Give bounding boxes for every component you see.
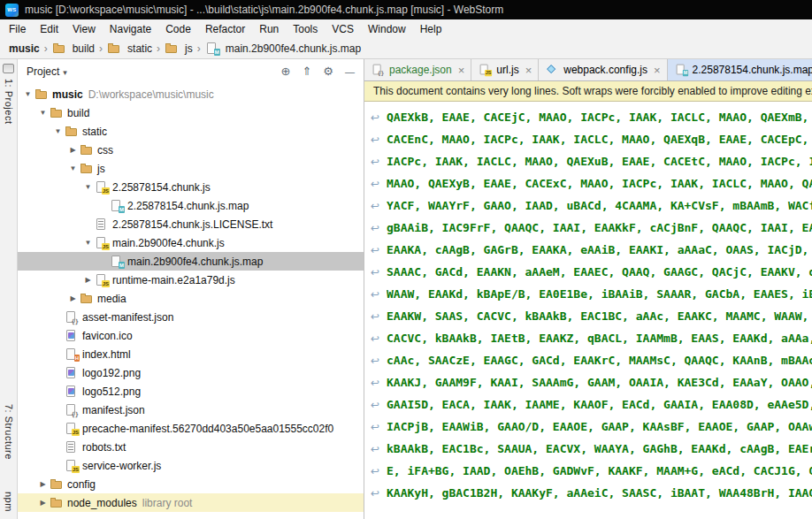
text-file-icon (95, 218, 110, 232)
soft-wrap-icon (368, 244, 382, 256)
html-file-icon (65, 347, 80, 362)
tree-item[interactable]: music D:\workspace\music\music (18, 85, 364, 103)
hide-panel-icon[interactable] (345, 65, 355, 78)
menu-help[interactable]: Help (413, 21, 449, 37)
tree-item[interactable]: robots.txt (18, 438, 364, 456)
chevron-down-icon[interactable] (51, 127, 65, 135)
code-line: SAAAC, GACd, EAAKN, aAAeM, EAAEC, QAAQ, … (368, 261, 812, 283)
collapse-all-icon[interactable] (302, 65, 311, 77)
tree-item[interactable]: media (18, 289, 364, 308)
editor-area: package.json url.js webpack.config.js 2.… (364, 59, 812, 519)
breadcrumb: music build static js main.2b900fe4.chun… (0, 39, 812, 59)
breadcrumb-js[interactable]: js (163, 42, 195, 56)
tree-item[interactable]: logo192.png (18, 363, 364, 382)
tab-label: url.js (496, 64, 518, 76)
tool-button-project[interactable]: 1: Project (4, 79, 14, 124)
chevron-right-icon[interactable] (81, 276, 95, 284)
settings-gear-icon[interactable] (323, 65, 333, 77)
tab-chunk-js-map[interactable]: 2.25878154.chunk.js.map (668, 59, 812, 80)
chevron-down-icon[interactable] (66, 164, 80, 172)
js-file-icon (95, 273, 110, 287)
breadcrumb-current-file[interactable]: main.2b900fe4.chunk.js.map (203, 42, 363, 56)
tab-webpack-config-js[interactable]: webpack.config.js (539, 59, 667, 80)
soft-wrap-icon (368, 355, 382, 367)
menu-run[interactable]: Run (252, 21, 286, 37)
tree-item-label: build (67, 107, 89, 119)
menu-vcs[interactable]: VCS (325, 21, 361, 37)
tree-item[interactable]: build (18, 103, 364, 122)
chevron-right-icon[interactable] (66, 146, 80, 154)
chevron-down-icon[interactable] (36, 109, 50, 117)
project-tree: music D:\workspace\music\music build sta… (18, 83, 364, 519)
project-panel: Project music D:\workspace\music\music (18, 59, 364, 519)
menu-code[interactable]: Code (158, 21, 198, 37)
close-icon[interactable] (458, 64, 465, 77)
tree-item[interactable]: runtime-main.e2a1a79d.js (18, 271, 364, 289)
tree-item[interactable]: js (18, 159, 364, 178)
menu-edit[interactable]: Edit (33, 21, 65, 37)
project-panel-toolbar (270, 65, 355, 78)
tree-item[interactable]: manifest.json (18, 401, 364, 419)
menu-file[interactable]: File (2, 21, 33, 37)
menu-window[interactable]: Window (361, 21, 413, 37)
tree-item[interactable]: precache-manifest.56270dd403a50e5aa01555… (18, 419, 364, 438)
locate-icon[interactable] (281, 65, 291, 77)
tree-item[interactable]: 2.25878154.chunk.js.LICENSE.txt (18, 215, 364, 233)
soft-wrap-icon (368, 134, 382, 146)
chevron-down-icon[interactable] (21, 90, 34, 98)
soft-wrap-icon (368, 222, 382, 234)
tree-item-label: main.2b900fe4.chunk.js.map (127, 256, 263, 268)
soft-wrap-icon (368, 111, 382, 124)
tree-item[interactable]: favicon.ico (18, 326, 364, 345)
menu-view[interactable]: View (65, 21, 103, 37)
webstorm-logo-icon: WS (5, 4, 19, 17)
tree-item[interactable]: static (18, 122, 364, 141)
code-line: KAAKJ, GAAM9F, KAAI, SAAAmG, GAAM, OAAIA… (368, 371, 812, 393)
tree-item-label: 2.25878154.chunk.js.map (127, 200, 249, 212)
menu-tools[interactable]: Tools (286, 21, 325, 37)
code-line: MAAO, QAEXyB, EAAE, CACExC, MAAO, IACPc,… (368, 172, 812, 195)
breadcrumb-music[interactable]: music (7, 42, 42, 55)
tree-item[interactable]: index.html (18, 345, 364, 363)
close-icon[interactable] (525, 64, 532, 77)
project-panel-title[interactable]: Project (27, 65, 59, 78)
tree-item[interactable]: service-worker.js (18, 456, 364, 475)
breadcrumb-static[interactable]: static (105, 42, 154, 56)
folder-icon (50, 477, 65, 492)
tree-item-label: robots.txt (82, 441, 126, 454)
chevron-right-icon[interactable] (36, 480, 50, 488)
tab-url-js[interactable]: url.js (471, 59, 539, 80)
window-title: music [D:\workspace\music\music] - ...\b… (25, 4, 503, 16)
chevron-down-icon[interactable] (59, 65, 67, 78)
code-editor[interactable]: QAEXkB, EAAE, CACEjC, MAAO, IACPc, IAAK,… (364, 102, 812, 519)
tab-package-json[interactable]: package.json (364, 59, 471, 80)
tree-item-label: asset-manifest.json (82, 311, 173, 324)
tree-item-label: logo512.png (82, 385, 141, 398)
tree-item[interactable]: main.2b900fe4.chunk.js (18, 233, 364, 252)
soft-wrap-icon (368, 200, 382, 212)
tree-item[interactable]: logo512.png (18, 382, 364, 401)
menu-navigate[interactable]: Navigate (103, 21, 158, 37)
tree-item[interactable]: config (18, 475, 364, 493)
tree-item-selected[interactable]: main.2b900fe4.chunk.js.map (18, 252, 364, 271)
tree-item[interactable]: 2.25878154.chunk.js.map (18, 196, 364, 215)
soft-wrap-icon (368, 421, 382, 433)
menu-refactor[interactable]: Refactor (198, 21, 252, 37)
close-icon[interactable] (654, 64, 661, 77)
tool-button-structure[interactable]: 7: Structure (4, 404, 14, 460)
tree-item[interactable]: css (18, 141, 364, 159)
tree-item-label: 2.25878154.chunk.js (112, 181, 211, 194)
project-tool-icon[interactable] (3, 64, 14, 73)
breadcrumb-build[interactable]: build (50, 42, 96, 56)
chevron-down-icon[interactable] (81, 239, 95, 247)
chevron-right-icon[interactable] (36, 499, 50, 507)
tree-item[interactable]: asset-manifest.json (18, 308, 364, 326)
soft-wrap-icon (368, 310, 382, 323)
tool-button-npm[interactable]: npm (4, 492, 14, 512)
chevron-down-icon[interactable] (81, 183, 95, 191)
soft-wrap-notification-banner: This document contains very long lines. … (364, 81, 812, 102)
chevron-right-icon[interactable] (66, 294, 80, 302)
tree-item-node-modules[interactable]: node_modules library root (18, 493, 364, 512)
tree-item-label: service-worker.js (82, 460, 161, 472)
tree-item[interactable]: 2.25878154.chunk.js (18, 178, 364, 196)
